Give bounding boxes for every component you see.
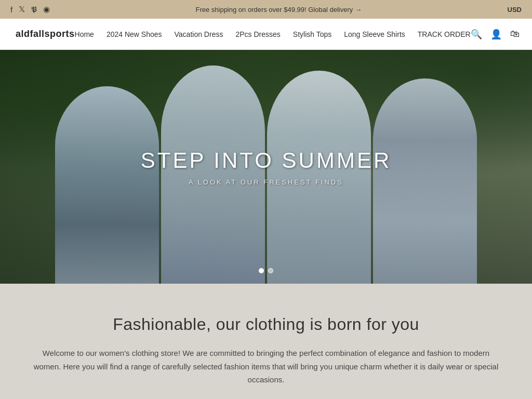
carousel-dots <box>259 268 273 273</box>
hero-overlay: STEP INTO SUMMER A LOOK AT OUR FRESHEST … <box>0 50 532 284</box>
facebook-icon[interactable]: f <box>10 5 12 14</box>
hero-banner: STEP INTO SUMMER A LOOK AT OUR FRESHEST … <box>0 50 532 284</box>
announcement-bar: f 𝕏 𝕻 ◉ Free shipping on orders over $49… <box>0 0 532 19</box>
hero-title: STEP INTO SUMMER <box>141 148 392 173</box>
content-description: Welcome to our women's clothing store! W… <box>32 347 500 387</box>
main-nav: Home 2024 New Shoes Vacation Dress 2Pcs … <box>75 30 471 38</box>
currency-selector[interactable]: USD <box>508 6 522 14</box>
content-section: Fashionable, our clothing is born for yo… <box>0 284 532 399</box>
social-icons: f 𝕏 𝕻 ◉ <box>10 5 50 14</box>
search-icon[interactable]: 🔍 <box>471 29 482 40</box>
twitter-icon[interactable]: 𝕏 <box>19 5 25 14</box>
header: aldfallsports Home 2024 New Shoes Vacati… <box>0 19 532 50</box>
instagram-icon[interactable]: ◉ <box>43 5 50 14</box>
announcement-message: Free shipping on orders over $49.99! Glo… <box>195 6 353 14</box>
nav-stylish-tops[interactable]: Stylish Tops <box>293 30 331 38</box>
content-title: Fashionable, our clothing is born for yo… <box>21 315 511 334</box>
carousel-dot-1[interactable] <box>259 268 264 273</box>
pinterest-icon[interactable]: 𝕻 <box>31 5 37 14</box>
hero-subtitle: A LOOK AT OUR FRESHEST FINDS <box>189 178 343 186</box>
nav-vacation-dress[interactable]: Vacation Dress <box>175 30 223 38</box>
nav-new-shoes[interactable]: 2024 New Shoes <box>107 30 162 38</box>
carousel-dot-2[interactable] <box>268 268 273 273</box>
cart-icon[interactable]: 🛍 <box>510 29 520 39</box>
announcement-text: Free shipping on orders over $49.99! Glo… <box>50 6 507 14</box>
nav-home[interactable]: Home <box>75 30 94 38</box>
nav-track-order[interactable]: TRACK ORDER <box>418 30 471 38</box>
logo[interactable]: aldfallsports <box>16 29 75 39</box>
header-icons: 🔍 👤 🛍 <box>471 29 520 40</box>
nav-long-sleeve[interactable]: Long Sleeve Shirts <box>344 30 405 38</box>
account-icon[interactable]: 👤 <box>490 29 502 40</box>
announcement-arrow: → <box>355 6 362 14</box>
nav-2pcs-dresses[interactable]: 2Pcs Dresses <box>235 30 280 38</box>
hero-background: STEP INTO SUMMER A LOOK AT OUR FRESHEST … <box>0 50 532 284</box>
